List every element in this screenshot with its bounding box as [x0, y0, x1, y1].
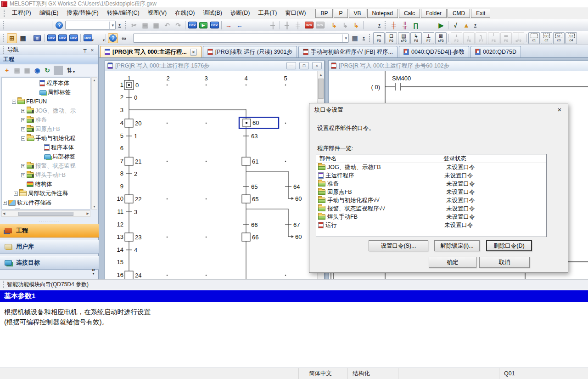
separator[interactable]	[448, 34, 449, 42]
sfc-vertical-line-f5-button[interactable]: +F5	[451, 32, 462, 44]
主运行程序[interactable]: 主运行程序未设置口令	[316, 171, 546, 180]
tree-expander-icon[interactable]: +	[21, 127, 25, 131]
sfc-sc-c2-button[interactable]: SCc2	[541, 32, 552, 44]
tree-expander-icon[interactable]: +	[21, 118, 25, 122]
separator[interactable]	[185, 21, 185, 29]
sfc-alarm-monitor-icon[interactable]: ▲	[461, 20, 471, 30]
separator[interactable]	[131, 34, 131, 42]
step-resume-icon[interactable]: ↳	[351, 20, 361, 30]
报警、状态监视程序√√[interactable]: 报警、状态监视程序√√未设置口令	[316, 204, 546, 213]
sfc-monitor-icon[interactable]: ▶	[436, 20, 446, 30]
save-project-icon[interactable]	[29, 20, 39, 30]
step-execution-icon[interactable]: ↳	[329, 20, 339, 30]
menu-item[interactable]: 搜索/替换(F)	[62, 8, 102, 17]
screen-mode-icon[interactable]	[365, 20, 375, 30]
help-icon[interactable]: ?	[108, 33, 118, 43]
tree-expander-icon[interactable]: +	[21, 164, 25, 168]
toolbar-grip[interactable]	[125, 21, 127, 29]
sort-filter-icon[interactable]: ⇅	[65, 66, 74, 75]
tab-prg-read[interactable]: [PRG]读取 运行 (只读) 3901步	[203, 46, 297, 57]
paste-icon[interactable]: ▦	[151, 20, 161, 30]
separator[interactable]	[54, 66, 63, 75]
device-search-dropdown-icon[interactable]	[94, 33, 104, 43]
tab-fb-manual-init[interactable]: 手动与初始化程序√√ [FB] 程序...	[298, 46, 398, 57]
device-reference-icon[interactable]: ╪	[293, 20, 303, 30]
sfc-block-search-icon[interactable]	[425, 20, 435, 30]
scroll-right-icon[interactable]: ▶	[87, 212, 89, 215]
separator[interactable]	[363, 21, 364, 29]
menu-item[interactable]: 工程(P)	[8, 8, 35, 17]
unlock-button[interactable]: 解除锁定(I)...	[434, 240, 480, 251]
sfc-jump-f8-button[interactable]: ↳F8	[410, 32, 422, 44]
launch-button[interactable]: Calc	[399, 9, 420, 18]
new-project-icon[interactable]	[7, 20, 17, 30]
read-from-plc-icon[interactable]: ←	[235, 20, 245, 30]
scrollbar-thumb[interactable]	[18, 212, 73, 216]
tree-item-alarm-monitor[interactable]: +报警、状态监视	[2, 161, 90, 170]
panel-splitter[interactable]	[0, 218, 99, 223]
ok-button[interactable]: 确定	[429, 257, 476, 268]
tree-item-structure[interactable]: 结构体	[2, 180, 90, 189]
wizard-panel-header[interactable]: 智能功能模块向导(QD75D4 参数)	[0, 279, 588, 289]
tree-item-home-fb[interactable]: +回原点FB	[2, 124, 90, 134]
toolbar-overflow-icon[interactable]: ▾	[361, 33, 367, 43]
tree-expander-icon[interactable]: +	[21, 109, 25, 113]
scroll-left-icon[interactable]: ◀	[3, 212, 5, 215]
monitor-stop-icon[interactable]	[257, 20, 267, 30]
minimize-icon[interactable]: —	[286, 62, 296, 69]
tree-item-local-label[interactable]: 局部标签	[2, 88, 90, 97]
open-project-icon[interactable]	[18, 20, 28, 30]
sfc-pulse-icon[interactable]: ∏	[411, 20, 421, 30]
tab-qd75d4-0040-param[interactable]: 0040:QD75D4[]-参数	[399, 46, 469, 57]
sfc-selection-branch-f6-button[interactable]: ┐F6	[463, 32, 475, 44]
menu-grip[interactable]	[4, 10, 5, 17]
launch-button[interactable]: CMD	[448, 9, 470, 18]
device-memory-icon[interactable]: Dev	[57, 33, 67, 43]
sfc-se-c3-button[interactable]: SEc3	[553, 32, 565, 44]
tree-item-prepare[interactable]: +准备	[2, 115, 90, 124]
watch-combobox[interactable]	[133, 34, 349, 43]
cancel-button[interactable]: 取消	[479, 257, 530, 268]
column-header-name[interactable]: 部件名	[316, 154, 440, 163]
nav-user-library-button[interactable]: 用户库	[0, 240, 99, 254]
sfc-break-setting-icon[interactable]: ╬	[400, 20, 410, 30]
sfc-end-step-f7-button[interactable]: ⊥F7	[423, 32, 434, 44]
sfc-st-c4-button[interactable]: STc4	[566, 32, 577, 44]
device-display-icon[interactable]: Dev	[315, 20, 325, 30]
toolbar-overflow-icon[interactable]: ▾	[376, 20, 382, 30]
navigation-window-icon[interactable]: ⊞	[7, 33, 17, 43]
panel-overflow-button[interactable]: »▼	[92, 267, 95, 276]
separator[interactable]	[221, 21, 222, 29]
separator[interactable]	[280, 21, 280, 29]
tree-expander-icon[interactable]: −	[12, 100, 16, 104]
tree-item-local-device-comment[interactable]: +局部软元件注释	[2, 189, 90, 198]
monitor-mode-icon[interactable]: ╫	[268, 20, 278, 30]
tree-item-program-body[interactable]: 程序本体	[2, 79, 90, 88]
redo-icon[interactable]: ↷	[173, 20, 183, 30]
tree-item-device-memory[interactable]: +软元件存储器	[2, 198, 90, 207]
device-comment-icon[interactable]: Dev	[46, 33, 56, 43]
tree-item-local-label-2[interactable]: 局部标签	[2, 152, 90, 161]
separator[interactable]	[80, 34, 81, 42]
toolbar-overflow-icon[interactable]: ▾	[472, 20, 478, 30]
menu-item[interactable]: 在线(O)	[171, 8, 199, 17]
menu-item[interactable]: 诊断(D)	[226, 8, 254, 17]
toolbar-grip[interactable]	[385, 21, 386, 29]
pin-icon[interactable]: ┯	[81, 47, 89, 53]
paste-watch-icon[interactable]: ▦	[350, 33, 360, 43]
nav-connection-button[interactable]: 连接目标	[0, 256, 99, 270]
copy-data-icon[interactable]: ▤	[12, 66, 22, 75]
close-icon[interactable]: ×	[89, 47, 96, 53]
tree-expander-icon[interactable]: −	[21, 136, 25, 141]
launch-button[interactable]: Exit	[471, 9, 490, 18]
JOG、微动、示教FB[interactable]: JOG、微动、示教FB未设置口令	[316, 163, 546, 171]
launch-button[interactable]: VB	[349, 9, 366, 18]
tab-qd75d4-0020[interactable]: 0020:QD75D	[470, 46, 521, 57]
sfc-line-delete-sf9-button[interactable]: │sF9	[513, 32, 524, 44]
sfc-step-f5-button[interactable]: ▭F5	[373, 32, 385, 44]
write-to-plc-icon[interactable]: →	[224, 20, 234, 30]
device-monitor-icon[interactable]: ▶	[198, 20, 208, 30]
output-window-icon[interactable]: ≡	[32, 33, 42, 43]
project-combobox[interactable]	[65, 21, 116, 30]
scroll-up-icon[interactable]: ▲	[93, 79, 96, 82]
